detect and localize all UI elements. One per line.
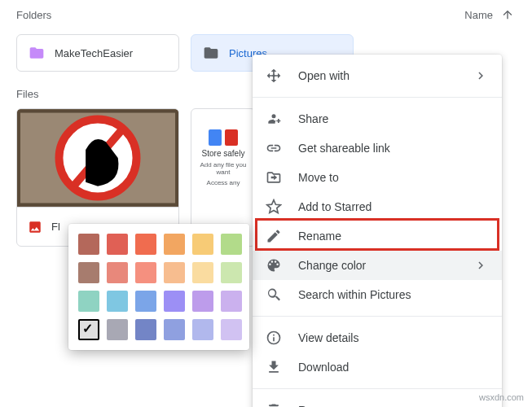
doc-thumbnail: Store safely Add any file you want Acces… bbox=[191, 109, 255, 207]
color-swatch[interactable] bbox=[107, 262, 128, 283]
menu-open-with[interactable]: Open with bbox=[253, 61, 502, 90]
menu-move-to[interactable]: Move to bbox=[253, 163, 502, 192]
link-icon bbox=[266, 140, 282, 156]
color-swatch[interactable] bbox=[164, 291, 185, 312]
menu-label: Rename bbox=[298, 230, 341, 243]
chevron-right-icon bbox=[473, 257, 489, 274]
folders-section-title: Folders bbox=[16, 9, 51, 21]
color-swatch[interactable] bbox=[221, 262, 242, 283]
menu-search-within[interactable]: Search within Pictures bbox=[253, 280, 502, 309]
color-swatch[interactable] bbox=[164, 319, 185, 340]
menu-separator bbox=[253, 316, 502, 317]
doc-line: Add any file you want bbox=[200, 161, 247, 176]
sort-control[interactable]: Name bbox=[464, 7, 516, 23]
share-icon bbox=[266, 111, 282, 127]
move-icon bbox=[266, 169, 282, 186]
doc-title: Store safely bbox=[202, 149, 245, 158]
color-swatch[interactable] bbox=[135, 262, 156, 283]
menu-label: Add to Starred bbox=[298, 200, 372, 213]
menu-label: Remove bbox=[298, 404, 341, 407]
color-swatch[interactable] bbox=[135, 319, 156, 340]
color-swatch[interactable] bbox=[221, 291, 242, 312]
context-menu: Open with Share Get shareable link Move … bbox=[253, 55, 502, 407]
color-swatch[interactable] bbox=[192, 262, 213, 283]
search-icon bbox=[266, 287, 282, 303]
color-swatch[interactable] bbox=[192, 291, 213, 312]
menu-label: Share bbox=[298, 112, 328, 125]
color-swatch[interactable] bbox=[78, 319, 99, 340]
menu-add-starred[interactable]: Add to Starred bbox=[253, 192, 502, 221]
menu-label: View details bbox=[298, 331, 358, 344]
color-swatch[interactable] bbox=[135, 291, 156, 312]
chevron-right-icon bbox=[473, 68, 489, 84]
rename-icon bbox=[266, 228, 282, 244]
color-swatch[interactable] bbox=[192, 319, 213, 340]
color-swatch[interactable] bbox=[78, 234, 99, 255]
color-swatch[interactable] bbox=[107, 291, 128, 312]
image-icon bbox=[27, 219, 43, 235]
doc-line: Access any bbox=[207, 179, 240, 186]
menu-get-link[interactable]: Get shareable link bbox=[253, 133, 502, 163]
folder-icon bbox=[29, 45, 45, 61]
menu-label: Change color bbox=[298, 259, 366, 272]
color-swatch[interactable] bbox=[192, 234, 213, 255]
color-swatch[interactable] bbox=[221, 234, 242, 255]
color-swatch[interactable] bbox=[221, 319, 242, 340]
sort-label: Name bbox=[464, 9, 493, 21]
arrow-up-icon bbox=[499, 7, 516, 23]
menu-remove[interactable]: Remove bbox=[253, 396, 502, 407]
menu-rename[interactable]: Rename bbox=[253, 221, 502, 251]
info-icon bbox=[266, 330, 282, 346]
image-thumbnail bbox=[17, 109, 178, 207]
color-swatch[interactable] bbox=[107, 319, 128, 340]
menu-change-color[interactable]: Change color bbox=[253, 251, 502, 280]
folder-icon bbox=[203, 45, 219, 61]
download-icon bbox=[266, 359, 282, 375]
menu-label: Move to bbox=[298, 171, 339, 184]
color-swatch[interactable] bbox=[135, 234, 156, 255]
folder-maketecheasier[interactable]: MakeTechEasier bbox=[16, 34, 179, 72]
svg-point-4 bbox=[272, 114, 276, 118]
color-swatch[interactable] bbox=[164, 234, 185, 255]
color-swatch[interactable] bbox=[78, 291, 99, 312]
color-picker bbox=[68, 224, 249, 350]
star-icon bbox=[266, 199, 282, 215]
open-with-icon bbox=[266, 68, 282, 84]
menu-label: Download bbox=[298, 361, 349, 374]
color-swatch[interactable] bbox=[164, 262, 185, 283]
file-name: Fl bbox=[51, 221, 60, 233]
watermark: wsxdn.com bbox=[479, 392, 524, 402]
folder-label: MakeTechEasier bbox=[55, 47, 133, 59]
color-swatch[interactable] bbox=[78, 262, 99, 283]
menu-label: Open with bbox=[298, 69, 350, 82]
trash-icon bbox=[266, 402, 282, 407]
menu-view-details[interactable]: View details bbox=[253, 323, 502, 352]
menu-share[interactable]: Share bbox=[253, 104, 502, 133]
menu-separator bbox=[253, 388, 502, 389]
menu-label: Get shareable link bbox=[298, 142, 390, 155]
menu-download[interactable]: Download bbox=[253, 352, 502, 382]
color-swatch[interactable] bbox=[107, 234, 128, 255]
menu-label: Search within Pictures bbox=[298, 288, 411, 301]
menu-separator bbox=[253, 97, 502, 98]
palette-icon bbox=[266, 257, 282, 274]
